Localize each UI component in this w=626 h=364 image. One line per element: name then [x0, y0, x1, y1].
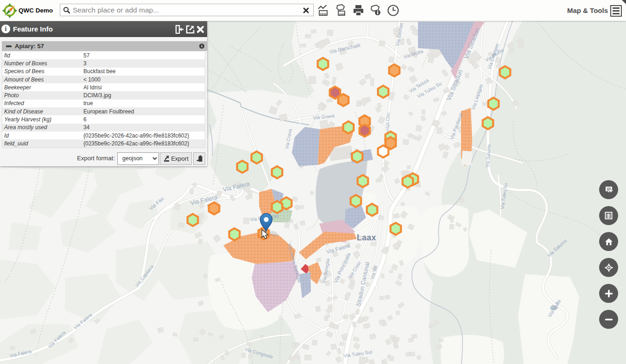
svg-text:Laax: Laax [357, 233, 376, 242]
